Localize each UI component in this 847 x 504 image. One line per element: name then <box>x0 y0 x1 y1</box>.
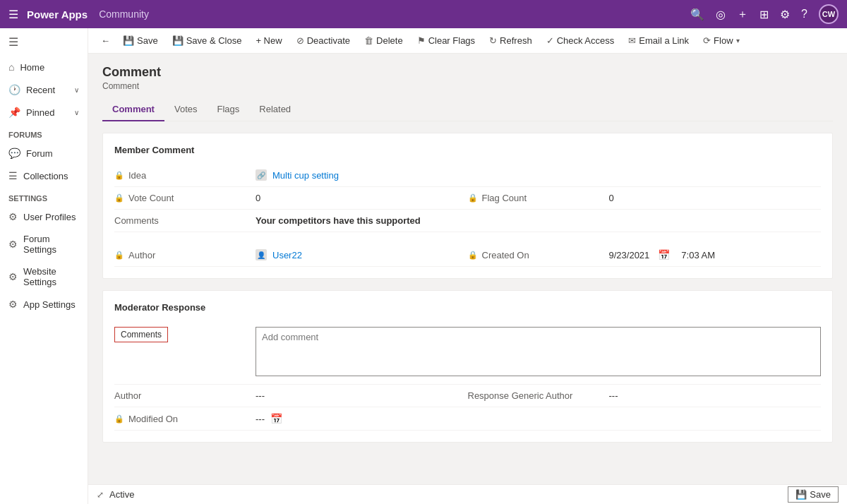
clear-flags-button[interactable]: ⚑ Clear Flags <box>412 32 481 49</box>
tab-votes[interactable]: Votes <box>164 98 208 121</box>
delete-icon: 🗑 <box>364 35 373 46</box>
sidebar-item-user-profiles-label: User Profiles <box>23 212 76 222</box>
website-settings-icon: ⚙ <box>8 271 18 282</box>
flag-count-value: 0 <box>609 187 822 209</box>
author-value: 👤 User22 <box>256 244 468 266</box>
author-link-icon: 👤 <box>256 249 267 260</box>
toolbar: ← 💾 Save 💾 Save & Close + New ⊘ Deactiva… <box>88 28 847 54</box>
mod-comments-row: Comments <box>114 321 821 385</box>
deactivate-icon: ⊘ <box>296 35 304 46</box>
idea-value: 🔗 Multi cup setting <box>256 164 821 187</box>
tab-comment[interactable]: Comment <box>102 98 164 121</box>
check-access-button[interactable]: ✓ Check Access <box>541 32 620 49</box>
moderator-response-section: Moderator Response Comments Author <box>102 290 833 443</box>
tabs: Comment Votes Flags Related <box>102 98 833 121</box>
sidebar-item-forum[interactable]: 💬 Forum <box>0 142 88 164</box>
deactivate-button[interactable]: ⊘ Deactivate <box>291 32 356 49</box>
forum-settings-icon: ⚙ <box>8 239 18 250</box>
sidebar-item-user-profiles[interactable]: ⚙ User Profiles <box>0 205 88 228</box>
created-lock-icon: 🔒 <box>468 251 478 260</box>
status-badge: Active <box>109 489 134 500</box>
sidebar-item-pinned-label: Pinned <box>26 107 54 118</box>
check-icon: ✓ <box>546 35 554 46</box>
tab-related[interactable]: Related <box>249 98 301 121</box>
sidebar-item-pinned[interactable]: 📌 Pinned ∨ <box>0 101 88 124</box>
mod-comments-textarea[interactable] <box>256 327 821 376</box>
author-created-row: 🔒 Author 👤 User22 🔒 Created On <box>114 244 821 267</box>
flag-lock-icon: 🔒 <box>468 193 478 203</box>
help-icon[interactable]: ? <box>801 8 807 20</box>
status-save-label: Save <box>810 489 831 500</box>
menu-icon[interactable]: ☰ <box>8 8 18 21</box>
settings-icon[interactable]: ⚙ <box>780 8 790 21</box>
flags-icon: ⚑ <box>417 35 426 46</box>
mod-author-row: Author --- Response Generic Author --- <box>114 385 821 407</box>
sidebar-item-recent[interactable]: 🕐 Recent ∨ <box>0 78 88 101</box>
home-icon: ⌂ <box>8 61 14 73</box>
created-on-time: 7:03 AM <box>681 250 715 260</box>
mod-comments-label-cell: Comments <box>114 321 256 384</box>
sidebar-item-recent-label: Recent <box>26 85 55 95</box>
top-bar-right: 🔍 ◎ ＋ ⊞ ⚙ ? CW <box>690 4 839 24</box>
page-body: Comment Comment Comment Votes Flags Rela… <box>88 54 847 484</box>
comments-label: Comments <box>114 210 256 232</box>
sidebar-item-app-settings-label: App Settings <box>23 299 76 310</box>
created-on-value: 9/23/2021 📅 7:03 AM <box>609 244 822 266</box>
collections-icon: ☰ <box>8 170 18 181</box>
app-name: Power Apps <box>27 8 88 20</box>
author-link[interactable]: 👤 User22 <box>256 249 468 260</box>
new-button[interactable]: + New <box>250 32 287 49</box>
created-on-label: 🔒 Created On <box>468 244 609 266</box>
favorite-icon[interactable]: ◎ <box>716 8 726 21</box>
comments-value: Your competitors have this supported <box>256 210 821 232</box>
expand-icon[interactable]: ⤢ <box>97 490 104 500</box>
refresh-button[interactable]: ↻ Refresh <box>483 32 538 49</box>
sidebar-item-collections[interactable]: ☰ Collections <box>0 164 88 187</box>
user-profiles-icon: ⚙ <box>8 211 18 222</box>
counts-row: 🔒 Vote Count 0 🔒 Flag Count 0 <box>114 187 821 210</box>
sidebar-item-app-settings[interactable]: ⚙ App Settings <box>0 293 88 316</box>
save-icon: 💾 <box>123 35 134 46</box>
forums-section-label: Forums <box>0 124 88 142</box>
sidebar-item-website-settings[interactable]: ⚙ Website Settings <box>0 260 88 293</box>
status-save-button[interactable]: 💾 Save <box>788 486 839 503</box>
response-generic-value: --- <box>609 385 822 407</box>
sidebar-item-home-label: Home <box>20 62 44 73</box>
flow-button[interactable]: ⟳ Flow ▾ <box>697 32 745 49</box>
search-icon[interactable]: 🔍 <box>690 8 704 21</box>
idea-lock-icon: 🔒 <box>114 171 124 180</box>
modified-calendar-icon[interactable]: 📅 <box>270 413 282 424</box>
status-bar: ⤢ Active 💾 Save <box>88 484 847 504</box>
idea-label: 🔒 Idea <box>114 164 256 187</box>
delete-button[interactable]: 🗑 Delete <box>359 32 409 49</box>
top-bar: ☰ Power Apps Community 🔍 ◎ ＋ ⊞ ⚙ ? CW <box>0 0 847 28</box>
form-grid: 🔒 Idea 🔗 Multi cup setting <box>114 164 821 187</box>
save-close-button[interactable]: 💾 Save & Close <box>167 32 248 49</box>
add-icon[interactable]: ＋ <box>737 7 748 22</box>
settings-section-label: Settings <box>0 187 88 205</box>
idea-link[interactable]: 🔗 Multi cup setting <box>256 169 821 181</box>
content-area: ← 💾 Save 💾 Save & Close + New ⊘ Deactiva… <box>88 28 847 504</box>
avatar[interactable]: CW <box>819 4 839 24</box>
save-button[interactable]: 💾 Save <box>117 32 164 49</box>
status-save-icon: 💾 <box>795 489 807 500</box>
modified-on-label: 🔒 Modified On <box>114 407 256 431</box>
filter-icon[interactable]: ⊞ <box>759 8 769 21</box>
email-icon: ✉ <box>628 35 636 46</box>
calendar-icon[interactable]: 📅 <box>658 249 670 260</box>
email-link-button[interactable]: ✉ Email a Link <box>623 32 695 49</box>
breadcrumb: Comment <box>102 81 833 91</box>
tab-flags[interactable]: Flags <box>207 98 249 121</box>
sidebar-item-forum-settings[interactable]: ⚙ Forum Settings <box>0 228 88 260</box>
mod-comments-label[interactable]: Comments <box>114 327 168 342</box>
modified-lock-icon: 🔒 <box>114 414 124 424</box>
recent-chevron-icon: ∨ <box>74 86 79 94</box>
comments-grid: Comments Your competitors have this supp… <box>114 210 821 232</box>
sidebar-collapse-button[interactable]: ☰ <box>0 28 88 56</box>
back-button[interactable]: ← <box>97 32 114 49</box>
save-close-icon: 💾 <box>172 35 184 46</box>
author-label: 🔒 Author <box>114 244 256 266</box>
sidebar-item-home[interactable]: ⌂ Home <box>0 56 88 78</box>
app-settings-icon: ⚙ <box>8 299 18 310</box>
refresh-icon: ↻ <box>489 35 497 46</box>
